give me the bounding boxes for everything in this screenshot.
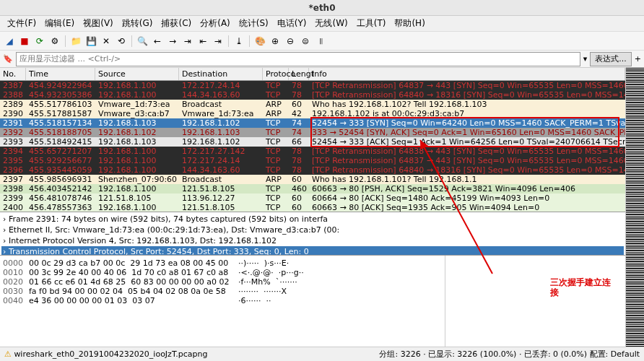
- hex-row[interactable]: 001000 3c 99 2e 40 00 40 06 1d 70 c0 a8 …: [3, 268, 442, 277]
- menu-telephony[interactable]: 电话(Y): [273, 17, 311, 30]
- packet-row[interactable]: 2398456.403452142192.168.1.100121.51.8.1…: [0, 184, 625, 193]
- packet-row[interactable]: 2387454.924922964192.168.1.100172.217.24…: [0, 81, 625, 90]
- expression-button[interactable]: 表达式...: [590, 52, 632, 66]
- go-forward-icon[interactable]: →: [166, 35, 179, 48]
- status-packet-counts: 分组: 3226 · 已显示: 3226 (100.0%) · 已丢弃: 0 (…: [379, 349, 640, 360]
- menu-view[interactable]: 视图(V): [79, 17, 118, 30]
- status-file-name: wireshark_eth0_20191004232020_iooJzT.pca…: [14, 349, 207, 359]
- packet-diagram-minimap[interactable]: [625, 68, 644, 347]
- hex-row[interactable]: 000000 0c 29 d3 ca b7 00 0c 29 1d 73 ea …: [3, 258, 442, 268]
- go-back-icon[interactable]: ←: [151, 35, 164, 48]
- stop-capture-icon[interactable]: ■: [18, 35, 31, 48]
- menu-capture[interactable]: 捕获(C): [157, 17, 196, 30]
- first-packet-icon[interactable]: ⇤: [196, 35, 209, 48]
- detail-ethernet[interactable]: › Ethernet II, Src: Vmware_1d:73:ea (00:…: [1, 225, 624, 235]
- packet-row[interactable]: 2393455.518492415192.168.1.103192.168.1.…: [0, 137, 625, 147]
- diagram-pane: 三次握手建立连 接: [445, 256, 625, 347]
- col-source[interactable]: Source: [95, 68, 179, 80]
- capture-options-icon[interactable]: ⚙: [48, 35, 61, 48]
- hex-row[interactable]: 002001 66 cc e6 01 4d 68 25 60 83 00 00 …: [3, 277, 442, 287]
- col-destination[interactable]: Destination: [179, 68, 263, 80]
- find-packet-icon[interactable]: 🔍: [136, 35, 149, 48]
- zoom-in-icon[interactable]: ⊕: [269, 35, 282, 48]
- col-protocol[interactable]: Protoco: [263, 68, 289, 80]
- resize-columns-icon[interactable]: ⫴: [314, 35, 327, 48]
- packet-row[interactable]: 2390455.517881587Vmware_d3:ca:b7Vmware_1…: [0, 109, 625, 118]
- restart-capture-icon[interactable]: ⟳: [33, 35, 46, 48]
- packet-row[interactable]: 2397455.985696931Shenzhen_07:90:60Broadc…: [0, 175, 625, 184]
- bytes-pane[interactable]: 000000 0c 29 d3 ca b7 00 0c 29 1d 73 ea …: [0, 256, 625, 347]
- packet-row[interactable]: 2388454.932305386192.168.1.100144.34.163…: [0, 90, 625, 100]
- packet-row[interactable]: 2389455.517786103Vmware_1d:73:eaBroadcas…: [0, 100, 625, 109]
- packet-row[interactable]: 2396455.935445059192.168.1.100144.34.163…: [0, 165, 625, 175]
- col-info[interactable]: Info: [309, 68, 625, 80]
- zoom-reset-icon[interactable]: ⊜: [299, 35, 312, 48]
- status-warning-icon[interactable]: ⚠: [4, 349, 12, 359]
- packet-row[interactable]: 2391455.518157134192.168.1.103192.168.1.…: [0, 118, 625, 128]
- open-file-icon[interactable]: 📁: [69, 35, 82, 48]
- go-to-packet-icon[interactable]: ⇥: [181, 35, 194, 48]
- menu-analyze[interactable]: 分析(A): [196, 17, 235, 30]
- auto-scroll-icon[interactable]: ⤓: [232, 35, 245, 48]
- zoom-out-icon[interactable]: ⊖: [284, 35, 297, 48]
- packet-details-pane[interactable]: › Frame 2391: 74 bytes on wire (592 bits…: [0, 212, 625, 256]
- packet-row[interactable]: 2400456.478557363192.168.1.100121.51.8.1…: [0, 203, 625, 212]
- menu-wireless[interactable]: 无线(W): [310, 17, 352, 30]
- packet-row[interactable]: 2399456.481078746121.51.8.105113.96.12.2…: [0, 193, 625, 203]
- hex-row[interactable]: 0030fa f0 bd 94 00 00 02 04 05 b4 04 02 …: [3, 287, 442, 296]
- detail-tcp[interactable]: › Transmission Control Protocol, Src Por…: [1, 246, 624, 256]
- close-file-icon[interactable]: ✕: [100, 35, 113, 48]
- menu-go[interactable]: 跳转(G): [118, 17, 157, 30]
- filter-bookmark-icon[interactable]: 🔖: [3, 54, 13, 64]
- shark-fin-icon[interactable]: ◢: [3, 35, 16, 48]
- packet-list-pane[interactable]: No. Time Source Destination Protoco Leng…: [0, 68, 625, 212]
- menu-help[interactable]: 帮助(H): [390, 17, 429, 30]
- menu-file[interactable]: 文件(F): [3, 17, 40, 30]
- detail-ip[interactable]: › Internet Protocol Version 4, Src: 192.…: [1, 235, 624, 246]
- last-packet-icon[interactable]: ⇥: [212, 35, 225, 48]
- menu-edit[interactable]: 编辑(E): [40, 17, 79, 30]
- save-file-icon[interactable]: 💾: [84, 35, 97, 48]
- col-no[interactable]: No.: [0, 68, 26, 80]
- packet-list-header: No. Time Source Destination Protoco Leng…: [0, 68, 625, 81]
- packet-row[interactable]: 2392455.518188705192.168.1.102192.168.1.…: [0, 128, 625, 137]
- hex-row[interactable]: 0040e4 36 00 00 00 00 01 03 03 07·6·····…: [3, 296, 442, 305]
- packet-row[interactable]: 2394455.657271207192.168.1.100172.217.27…: [0, 147, 625, 156]
- packet-row[interactable]: 2395455.929256677192.168.1.100172.217.24…: [0, 156, 625, 165]
- window-title: *eth0: [0, 0, 644, 16]
- detail-frame[interactable]: › Frame 2391: 74 bytes on wire (592 bits…: [1, 214, 624, 225]
- filter-dropdown-icon[interactable]: ▾: [583, 54, 588, 64]
- toolbar: ◢ ■ ⟳ ⚙ 📁 💾 ✕ ⟲ 🔍 ← → ⇥ ⇤ ⇥ ⤓ 🎨 ⊕ ⊖ ⊜ ⫴: [0, 32, 644, 51]
- annotation-text: 三次握手建立连 接: [550, 277, 611, 297]
- filter-bar: 🔖 ▾ 表达式... +: [0, 51, 644, 68]
- reload-icon[interactable]: ⟲: [115, 35, 128, 48]
- colorize-icon[interactable]: 🎨: [253, 35, 266, 48]
- menubar: 文件(F) 编辑(E) 视图(V) 跳转(G) 捕获(C) 分析(A) 统计(S…: [0, 16, 644, 32]
- menu-statistics[interactable]: 统计(S): [235, 17, 273, 30]
- filter-add-icon[interactable]: +: [635, 54, 641, 64]
- col-time[interactable]: Time: [26, 68, 95, 80]
- menu-tools[interactable]: 工具(T): [352, 17, 391, 30]
- statusbar: ⚠ wireshark_eth0_20191004232020_iooJzT.p…: [0, 347, 644, 361]
- col-length[interactable]: Lengt: [289, 68, 309, 80]
- display-filter-input[interactable]: [16, 52, 580, 66]
